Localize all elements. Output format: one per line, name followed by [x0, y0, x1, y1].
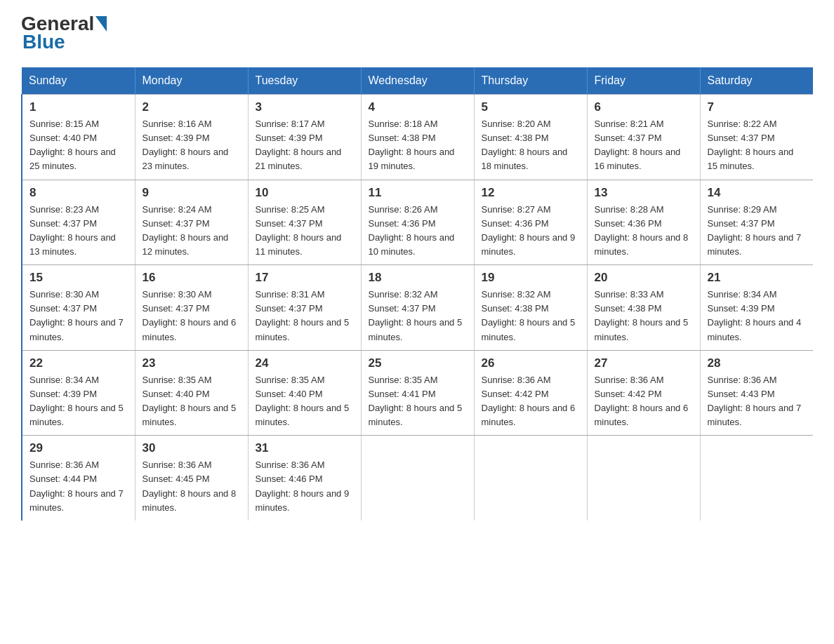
day-info: Sunrise: 8:36 AMSunset: 4:46 PMDaylight:… [256, 458, 354, 515]
table-row: 17Sunrise: 8:31 AMSunset: 4:37 PMDayligh… [248, 265, 361, 351]
day-number: 8 [29, 186, 128, 200]
day-info: Sunrise: 8:15 AMSunset: 4:40 PMDaylight:… [29, 117, 128, 174]
table-row: 8Sunrise: 8:23 AMSunset: 4:37 PMDaylight… [22, 180, 135, 265]
table-row [700, 436, 813, 521]
day-number: 2 [143, 100, 241, 114]
day-info: Sunrise: 8:22 AMSunset: 4:37 PMDaylight:… [708, 117, 807, 174]
day-number: 3 [256, 100, 354, 114]
col-thursday: Thursday [474, 67, 587, 95]
table-row: 16Sunrise: 8:30 AMSunset: 4:37 PMDayligh… [135, 265, 248, 351]
day-info: Sunrise: 8:34 AMSunset: 4:39 PMDaylight:… [29, 373, 128, 430]
day-info: Sunrise: 8:17 AMSunset: 4:39 PMDaylight:… [256, 117, 354, 174]
day-number: 14 [708, 186, 807, 200]
table-row: 26Sunrise: 8:36 AMSunset: 4:42 PMDayligh… [474, 350, 587, 436]
day-info: Sunrise: 8:23 AMSunset: 4:37 PMDaylight:… [29, 203, 128, 260]
day-info: Sunrise: 8:34 AMSunset: 4:39 PMDaylight:… [708, 288, 807, 344]
day-info: Sunrise: 8:36 AMSunset: 4:44 PMDaylight:… [29, 458, 128, 515]
day-number: 28 [708, 356, 807, 370]
day-number: 27 [595, 356, 693, 370]
table-row [361, 436, 474, 521]
day-number: 5 [482, 100, 580, 114]
calendar-table: Sunday Monday Tuesday Wednesday Thursday… [21, 67, 813, 521]
day-info: Sunrise: 8:36 AMSunset: 4:42 PMDaylight:… [482, 373, 580, 430]
table-row: 20Sunrise: 8:33 AMSunset: 4:38 PMDayligh… [587, 265, 700, 351]
day-info: Sunrise: 8:32 AMSunset: 4:38 PMDaylight:… [482, 288, 580, 344]
col-sunday: Sunday [22, 67, 135, 95]
table-row: 30Sunrise: 8:36 AMSunset: 4:45 PMDayligh… [135, 436, 248, 521]
day-number: 16 [143, 271, 241, 285]
day-number: 4 [369, 100, 467, 114]
day-number: 23 [143, 356, 241, 370]
day-number: 12 [482, 186, 580, 200]
col-monday: Monday [135, 67, 248, 95]
table-row: 14Sunrise: 8:29 AMSunset: 4:37 PMDayligh… [700, 180, 813, 265]
day-info: Sunrise: 8:33 AMSunset: 4:38 PMDaylight:… [595, 288, 693, 344]
table-row: 28Sunrise: 8:36 AMSunset: 4:43 PMDayligh… [700, 350, 813, 436]
col-friday: Friday [587, 67, 700, 95]
day-info: Sunrise: 8:31 AMSunset: 4:37 PMDaylight:… [256, 288, 354, 344]
day-number: 1 [29, 100, 128, 114]
table-row: 12Sunrise: 8:27 AMSunset: 4:36 PMDayligh… [474, 180, 587, 265]
day-info: Sunrise: 8:18 AMSunset: 4:38 PMDaylight:… [369, 117, 467, 174]
day-number: 11 [369, 186, 467, 200]
table-row: 18Sunrise: 8:32 AMSunset: 4:37 PMDayligh… [361, 265, 474, 351]
table-row: 6Sunrise: 8:21 AMSunset: 4:37 PMDaylight… [587, 95, 700, 180]
day-info: Sunrise: 8:30 AMSunset: 4:37 PMDaylight:… [29, 288, 128, 344]
day-number: 19 [482, 271, 580, 285]
day-number: 20 [595, 271, 693, 285]
day-number: 25 [369, 356, 467, 370]
table-row: 3Sunrise: 8:17 AMSunset: 4:39 PMDaylight… [248, 95, 361, 180]
table-row: 13Sunrise: 8:28 AMSunset: 4:36 PMDayligh… [587, 180, 700, 265]
day-info: Sunrise: 8:36 AMSunset: 4:45 PMDaylight:… [143, 458, 241, 515]
day-info: Sunrise: 8:35 AMSunset: 4:40 PMDaylight:… [143, 373, 241, 430]
day-number: 10 [256, 186, 354, 200]
table-row: 7Sunrise: 8:22 AMSunset: 4:37 PMDaylight… [700, 95, 813, 180]
table-row: 24Sunrise: 8:35 AMSunset: 4:40 PMDayligh… [248, 350, 361, 436]
col-tuesday: Tuesday [248, 67, 361, 95]
day-info: Sunrise: 8:36 AMSunset: 4:42 PMDaylight:… [595, 373, 693, 430]
table-row [474, 436, 587, 521]
day-number: 9 [143, 186, 241, 200]
day-number: 29 [29, 441, 128, 455]
day-info: Sunrise: 8:36 AMSunset: 4:43 PMDaylight:… [708, 373, 807, 430]
table-row: 15Sunrise: 8:30 AMSunset: 4:37 PMDayligh… [22, 265, 135, 351]
day-number: 21 [708, 271, 807, 285]
day-info: Sunrise: 8:24 AMSunset: 4:37 PMDaylight:… [143, 203, 241, 260]
table-row: 21Sunrise: 8:34 AMSunset: 4:39 PMDayligh… [700, 265, 813, 351]
day-number: 17 [256, 271, 354, 285]
day-info: Sunrise: 8:25 AMSunset: 4:37 PMDaylight:… [256, 203, 354, 260]
day-info: Sunrise: 8:35 AMSunset: 4:40 PMDaylight:… [256, 373, 354, 430]
day-info: Sunrise: 8:35 AMSunset: 4:41 PMDaylight:… [369, 373, 467, 430]
day-number: 26 [482, 356, 580, 370]
day-number: 6 [595, 100, 693, 114]
table-row: 10Sunrise: 8:25 AMSunset: 4:37 PMDayligh… [248, 180, 361, 265]
table-row: 29Sunrise: 8:36 AMSunset: 4:44 PMDayligh… [22, 436, 135, 521]
day-number: 30 [143, 441, 241, 455]
table-row: 19Sunrise: 8:32 AMSunset: 4:38 PMDayligh… [474, 265, 587, 351]
table-row: 27Sunrise: 8:36 AMSunset: 4:42 PMDayligh… [587, 350, 700, 436]
table-row: 23Sunrise: 8:35 AMSunset: 4:40 PMDayligh… [135, 350, 248, 436]
table-row: 11Sunrise: 8:26 AMSunset: 4:36 PMDayligh… [361, 180, 474, 265]
day-number: 18 [369, 271, 467, 285]
day-info: Sunrise: 8:29 AMSunset: 4:37 PMDaylight:… [708, 203, 807, 260]
day-info: Sunrise: 8:21 AMSunset: 4:37 PMDaylight:… [595, 117, 693, 174]
day-number: 7 [708, 100, 807, 114]
logo-arrow-icon [95, 16, 107, 32]
table-row: 31Sunrise: 8:36 AMSunset: 4:46 PMDayligh… [248, 436, 361, 521]
day-info: Sunrise: 8:28 AMSunset: 4:36 PMDaylight:… [595, 203, 693, 260]
table-row: 2Sunrise: 8:16 AMSunset: 4:39 PMDaylight… [135, 95, 248, 180]
calendar-body: 1Sunrise: 8:15 AMSunset: 4:40 PMDaylight… [22, 95, 813, 521]
col-wednesday: Wednesday [361, 67, 474, 95]
logo: General Blue [21, 14, 107, 53]
day-info: Sunrise: 8:32 AMSunset: 4:37 PMDaylight:… [369, 288, 467, 344]
table-row: 4Sunrise: 8:18 AMSunset: 4:38 PMDaylight… [361, 95, 474, 180]
day-number: 22 [29, 356, 128, 370]
day-info: Sunrise: 8:16 AMSunset: 4:39 PMDaylight:… [143, 117, 241, 174]
day-number: 31 [256, 441, 354, 455]
table-row: 22Sunrise: 8:34 AMSunset: 4:39 PMDayligh… [22, 350, 135, 436]
day-number: 13 [595, 186, 693, 200]
day-number: 24 [256, 356, 354, 370]
day-info: Sunrise: 8:27 AMSunset: 4:36 PMDaylight:… [482, 203, 580, 260]
table-row: 5Sunrise: 8:20 AMSunset: 4:38 PMDaylight… [474, 95, 587, 180]
table-row [587, 436, 700, 521]
